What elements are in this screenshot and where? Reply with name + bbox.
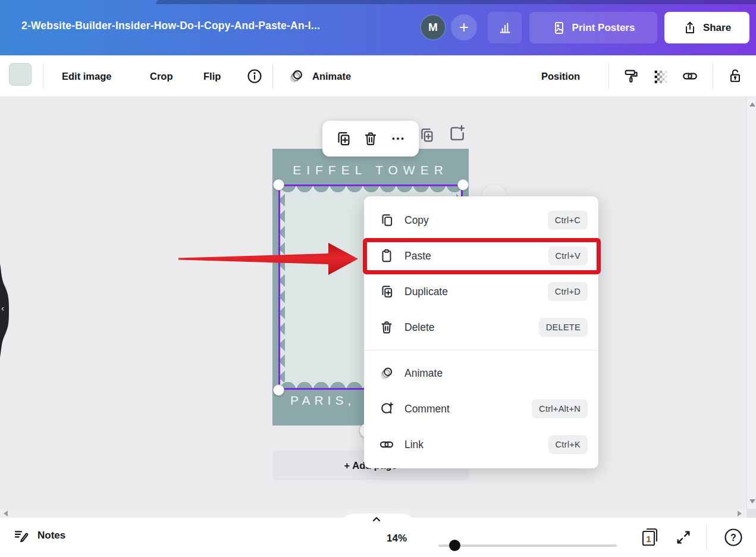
lock-icon[interactable] [723,64,747,88]
divider [43,64,43,89]
shortcut-badge: Ctrl+C [548,211,588,230]
trash-icon [379,320,394,335]
menu-item-comment[interactable]: Comment Ctrl+Alt+N [364,391,598,427]
duplicate-icon [379,284,394,299]
context-menu: Copy Ctrl+C Paste Ctrl+V [364,196,598,468]
zoom-level[interactable]: 14% [387,533,407,545]
element-toolbar [322,121,419,157]
context-toolbar: Edit image Crop Flip Animate Position [0,55,756,97]
add-page-icon[interactable] [447,123,467,143]
menu-item-link[interactable]: Link Ctrl+K [364,427,598,462]
divider [272,64,273,89]
selection-handle-bottom-left[interactable] [273,384,284,396]
pages-button[interactable]: 1 [638,526,664,549]
divider [713,64,713,89]
transparency-icon[interactable] [648,64,672,88]
zoom-slider[interactable] [438,545,617,547]
svg-text:?: ? [730,533,736,543]
position-button[interactable]: Position [541,55,580,97]
triangle-border-left [278,192,285,382]
scroll-down-arrow[interactable] [749,499,755,503]
flip-button[interactable]: Flip [203,55,221,97]
comment-icon [379,401,394,417]
duplicate-icon[interactable] [333,129,353,149]
duplicate-page-icon[interactable] [416,125,437,145]
menu-divider [364,350,598,351]
print-posters-label: Print Posters [572,22,635,34]
vertical-scrollbar[interactable] [746,97,756,509]
share-upload-icon [683,21,697,35]
animate-icon[interactable] [284,64,308,88]
color-swatch[interactable] [9,63,32,86]
scallop-border-top [280,184,462,193]
menu-item-copy[interactable]: Copy Ctrl+C [364,202,598,238]
shortcut-badge: Ctrl+Alt+N [532,399,588,418]
zoom-slider-thumb[interactable] [449,540,460,551]
animate-icon [379,365,394,381]
scroll-up-arrow[interactable] [749,102,755,107]
poster-image-icon [552,21,566,35]
help-icon[interactable]: ? [722,526,745,549]
scrollbar-corner [746,509,756,518]
share-button[interactable]: Share [664,12,749,43]
shortcut-badge: Ctrl+K [548,435,588,454]
menu-item-delete[interactable]: Delete DELETE [364,309,598,345]
scroll-left-arrow[interactable] [4,511,8,517]
avatar-initial: M [428,21,438,34]
copy-icon [379,212,394,228]
link-icon[interactable] [678,64,702,88]
document-title[interactable]: 2-Website-Builder-Insider-How-Do-I-Copy-… [21,20,320,32]
shortcut-badge: Ctrl+V [548,246,588,265]
bar-chart-icon [497,20,513,36]
notes-icon [13,527,29,543]
print-posters-button[interactable]: Print Posters [529,12,657,43]
menu-item-animate[interactable]: Animate [364,355,598,391]
header-bar: 2-Website-Builder-Insider-How-Do-I-Copy-… [0,0,756,55]
animate-button[interactable]: Animate [312,55,351,97]
trash-icon[interactable] [360,129,381,149]
fullscreen-icon[interactable] [674,528,693,546]
menu-item-duplicate[interactable]: Duplicate Ctrl+D [364,274,598,309]
share-label: Share [703,22,731,34]
footer-bar: Notes 14% 1 ? [0,518,756,557]
paste-icon [379,248,394,264]
edit-image-button[interactable]: Edit image [62,55,111,97]
selection-handle-top-right[interactable] [457,179,469,190]
info-icon[interactable] [243,64,266,88]
plus-icon: + [459,18,469,37]
canva-editor: 2-Website-Builder-Insider-How-Do-I-Copy-… [0,0,756,557]
insights-button[interactable] [488,12,522,43]
avatar[interactable]: M [420,14,446,40]
link-icon [379,437,394,452]
menu-item-paste[interactable]: Paste Ctrl+V [364,238,598,274]
poster-caption-text: PARIS, [290,393,355,408]
collapse-footer-tab[interactable] [333,513,424,523]
page-number: 1 [646,534,651,544]
design-canvas: ‹ EIFFEL TOWER PARIS, [0,97,756,509]
copy-style-roller-icon[interactable] [619,64,643,88]
chevron-up-icon [372,517,381,522]
more-options-icon[interactable] [388,129,408,149]
shortcut-badge: Ctrl+D [548,282,588,301]
scroll-right-arrow[interactable] [738,511,742,517]
crop-button[interactable]: Crop [150,55,173,97]
notes-button[interactable]: Notes [13,527,65,543]
sidebar-expand-tab[interactable]: ‹ [0,264,11,358]
notes-label: Notes [37,530,65,542]
chevron-left-icon: ‹ [1,303,4,313]
add-member-button[interactable]: + [451,14,477,40]
divider [608,64,609,89]
divider [706,525,707,550]
poster-title-text: EIFFEL TOWER [272,163,469,177]
shortcut-badge: DELETE [539,318,588,337]
window-top-edge [156,0,756,4]
selection-handle-top-left[interactable] [273,179,284,190]
